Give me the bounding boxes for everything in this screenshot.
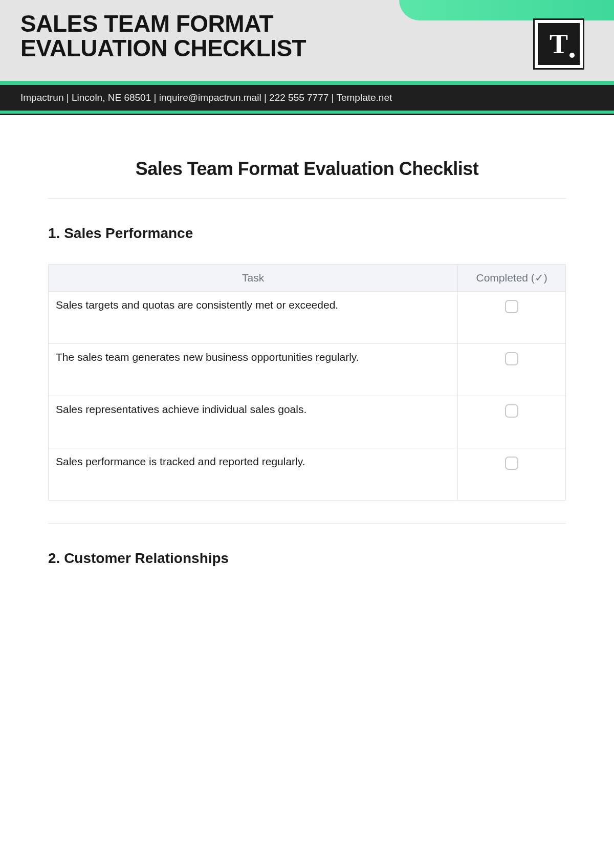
task-cell: Sales representatives achieve individual… xyxy=(49,396,458,448)
task-cell: Sales targets and quotas are consistentl… xyxy=(49,292,458,344)
section-heading-2: 2. Customer Relationships xyxy=(48,550,566,567)
document-body: Sales Team Format Evaluation Checklist 1… xyxy=(0,115,614,567)
logo-dot-icon xyxy=(569,53,575,58)
info-bar-text: Impactrun | Lincoln, NE 68501 | inquire@… xyxy=(20,92,392,103)
check-cell xyxy=(458,396,566,448)
page-title: SALES TEAM FORMAT EVALUATION CHECKLIST xyxy=(20,11,306,61)
divider xyxy=(48,198,566,199)
table-row: Sales targets and quotas are consistentl… xyxy=(49,292,566,344)
col-header-completed: Completed (✓) xyxy=(458,265,566,292)
info-bar: Impactrun | Lincoln, NE 68501 | inquire@… xyxy=(0,85,614,111)
check-cell xyxy=(458,448,566,501)
checkbox[interactable] xyxy=(505,300,518,313)
checkbox[interactable] xyxy=(505,352,518,365)
section-heading-1: 1. Sales Performance xyxy=(48,225,566,242)
checkbox[interactable] xyxy=(505,404,518,418)
col-header-task: Task xyxy=(49,265,458,292)
title-line-2: EVALUATION CHECKLIST xyxy=(20,35,306,61)
table-row: Sales representatives achieve individual… xyxy=(49,396,566,448)
table-row: Sales performance is tracked and reporte… xyxy=(49,448,566,501)
task-cell: The sales team generates new business op… xyxy=(49,344,458,396)
accent-bar-top xyxy=(0,81,614,85)
checklist-table: Task Completed (✓) Sales targets and quo… xyxy=(48,264,566,501)
check-cell xyxy=(458,344,566,396)
check-cell xyxy=(458,292,566,344)
title-line-1: SALES TEAM FORMAT xyxy=(20,10,273,37)
logo-inner: T xyxy=(538,23,580,65)
corner-accent xyxy=(399,0,614,20)
divider xyxy=(48,523,566,524)
logo-letter: T xyxy=(550,30,568,58)
table-header-row: Task Completed (✓) xyxy=(49,265,566,292)
table-row: The sales team generates new business op… xyxy=(49,344,566,396)
document-title: Sales Team Format Evaluation Checklist xyxy=(48,158,566,180)
task-cell: Sales performance is tracked and reporte… xyxy=(49,448,458,501)
header: SALES TEAM FORMAT EVALUATION CHECKLIST T xyxy=(0,0,614,81)
checkbox[interactable] xyxy=(505,457,518,470)
logo: T xyxy=(533,18,584,70)
